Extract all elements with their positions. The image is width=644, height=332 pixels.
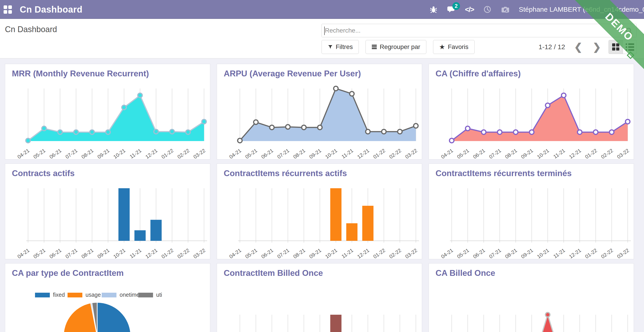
- svg-text:02-22: 02-22: [600, 148, 614, 159]
- pager-previous-button[interactable]: ❮: [573, 43, 584, 52]
- svg-text:03-22: 03-22: [192, 247, 206, 259]
- card-title: ContractItems récurrents terminés: [436, 169, 572, 178]
- svg-text:07-21: 07-21: [488, 247, 502, 259]
- svg-text:07-21: 07-21: [64, 247, 78, 259]
- svg-text:uti: uti: [156, 291, 162, 298]
- svg-text:03-22: 03-22: [192, 148, 206, 159]
- svg-text:03-22: 03-22: [404, 247, 418, 259]
- dashboard-card[interactable]: CA Billed Once04-2105-2106-2107-2108-210…: [428, 263, 634, 332]
- view-switcher: [608, 40, 637, 54]
- svg-text:10-21: 10-21: [324, 247, 338, 259]
- svg-text:09-21: 09-21: [96, 148, 110, 159]
- svg-text:08-21: 08-21: [504, 247, 518, 259]
- svg-text:05-21: 05-21: [456, 148, 470, 159]
- funnel-icon: [328, 44, 333, 50]
- svg-text:01-22: 01-22: [372, 148, 386, 159]
- svg-text:02-22: 02-22: [600, 247, 614, 259]
- card-title: ARPU (Average Revenue Per User): [224, 69, 361, 78]
- dashboard-card[interactable]: MRR (Monthly Revenue Recurrent)04-2105-2…: [5, 64, 210, 159]
- svg-text:fixed: fixed: [53, 291, 65, 298]
- navbar-right: 2 </> Stéphane LAMBERT (e6nd_cn14cdemo_0…: [429, 0, 644, 19]
- pager-next-button[interactable]: ❯: [591, 43, 602, 52]
- svg-text:02-22: 02-22: [176, 247, 190, 259]
- svg-text:06-21: 06-21: [48, 247, 62, 259]
- svg-text:02-22: 02-22: [388, 148, 402, 159]
- messages-badge: 2: [452, 2, 460, 10]
- list-view-icon: [626, 43, 634, 51]
- kanban-view-button[interactable]: [608, 40, 623, 54]
- dashboard-card[interactable]: ContractItems récurrents terminés04-2105…: [428, 164, 634, 259]
- dashboard-card[interactable]: CA par type de ContractItemfixedusageone…: [5, 263, 210, 332]
- svg-text:07-21: 07-21: [276, 148, 290, 159]
- svg-text:03-22: 03-22: [616, 148, 630, 159]
- dashboard-card[interactable]: ARPU (Average Revenue Per User)04-2105-2…: [217, 64, 422, 159]
- top-navbar: Cn Dashboard 2 </>: [0, 0, 644, 19]
- favorites-button[interactable]: ★ Favoris: [433, 40, 474, 54]
- svg-text:06-21: 06-21: [472, 148, 486, 159]
- bug-icon[interactable]: [429, 5, 438, 14]
- svg-text:10-21: 10-21: [536, 148, 550, 159]
- svg-text:12-21: 12-21: [356, 247, 370, 259]
- svg-text:onetime: onetime: [120, 291, 140, 298]
- card-title: ContractItems récurrents actifs: [224, 169, 347, 178]
- svg-text:06-21: 06-21: [48, 148, 62, 159]
- svg-text:08-21: 08-21: [292, 247, 306, 259]
- camera-plus-icon[interactable]: [501, 5, 510, 14]
- svg-text:01-22: 01-22: [160, 148, 174, 159]
- cards-grid: MRR (Monthly Revenue Recurrent)04-2105-2…: [5, 64, 639, 332]
- svg-text:04-21: 04-21: [228, 148, 242, 159]
- svg-text:10-21: 10-21: [536, 247, 550, 259]
- svg-text:12-21: 12-21: [568, 247, 582, 259]
- svg-text:05-21: 05-21: [456, 247, 470, 259]
- svg-text:04-21: 04-21: [228, 247, 242, 259]
- pager: 1-12 / 12 ❮ ❯: [538, 40, 602, 54]
- svg-text:11-21: 11-21: [128, 148, 142, 159]
- group-bars-icon: [372, 45, 377, 50]
- apps-menu-icon[interactable]: [4, 6, 12, 14]
- svg-text:11-21: 11-21: [340, 148, 354, 159]
- svg-text:10-21: 10-21: [324, 148, 338, 159]
- dashboard-card[interactable]: CA (Chiffre d'affaires)04-2105-2106-2107…: [428, 64, 634, 159]
- activities-clock-icon[interactable]: [483, 5, 492, 14]
- user-menu[interactable]: Stéphane LAMBERT (e6nd_cn14cdemo_001): [519, 6, 644, 13]
- svg-text:06-21: 06-21: [260, 247, 274, 259]
- svg-text:09-21: 09-21: [308, 148, 322, 159]
- developer-tools-icon[interactable]: </>: [465, 5, 474, 14]
- search-input[interactable]: [322, 24, 636, 37]
- dashboard-card[interactable]: ContractItem Billed Once04-2105-2106-210…: [217, 263, 422, 332]
- search-box: [322, 24, 636, 37]
- svg-text:09-21: 09-21: [96, 247, 110, 259]
- svg-text:04-21: 04-21: [16, 247, 30, 259]
- svg-text:12-21: 12-21: [144, 247, 158, 259]
- breadcrumb: Cn Dashboard: [5, 25, 57, 34]
- dashboard-card[interactable]: ContractItems récurrents actifs04-2105-2…: [217, 164, 422, 259]
- svg-text:01-22: 01-22: [584, 247, 598, 259]
- svg-text:04-21: 04-21: [16, 148, 30, 159]
- svg-text:07-21: 07-21: [276, 247, 290, 259]
- svg-text:12-21: 12-21: [356, 148, 370, 159]
- card-title: CA (Chiffre d'affaires): [436, 69, 521, 78]
- svg-text:11-21: 11-21: [128, 247, 142, 259]
- card-title: MRR (Monthly Revenue Recurrent): [12, 69, 149, 78]
- group-by-button[interactable]: Regrouper par: [366, 40, 426, 54]
- svg-text:09-21: 09-21: [520, 148, 534, 159]
- svg-text:12-21: 12-21: [144, 148, 158, 159]
- svg-text:usage: usage: [86, 291, 101, 298]
- search-icon[interactable]: [625, 27, 633, 35]
- svg-text:08-21: 08-21: [504, 148, 518, 159]
- svg-text:08-21: 08-21: [80, 148, 94, 159]
- app-title: Cn Dashboard: [20, 0, 82, 19]
- dashboard-card[interactable]: Contracts actifs04-2105-2106-2107-2108-2…: [5, 164, 210, 259]
- kanban-grid-icon: [612, 43, 619, 51]
- svg-text:03-22: 03-22: [404, 148, 418, 159]
- star-icon: ★: [439, 44, 445, 50]
- svg-text:05-21: 05-21: [244, 148, 258, 159]
- svg-text:11-21: 11-21: [552, 247, 566, 259]
- svg-text:07-21: 07-21: [488, 148, 502, 159]
- dashboard-content: MRR (Monthly Revenue Recurrent)04-2105-2…: [0, 59, 644, 332]
- messages-icon[interactable]: 2: [447, 5, 456, 14]
- filters-button[interactable]: Filtres: [322, 40, 359, 54]
- svg-text:09-21: 09-21: [308, 247, 322, 259]
- svg-text:02-22: 02-22: [176, 148, 190, 159]
- filter-buttons-row: Filtres Regrouper par ★ Favoris: [322, 40, 474, 54]
